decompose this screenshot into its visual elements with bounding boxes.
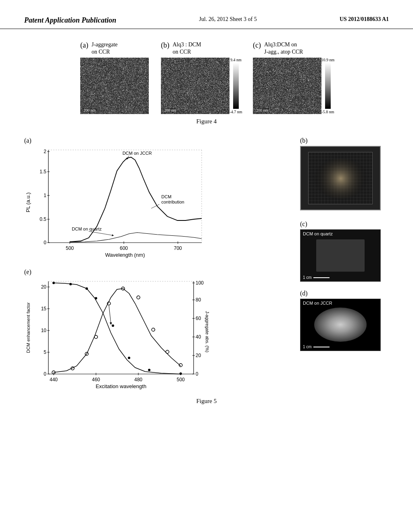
panel-d5-label: (d) (300, 290, 389, 297)
svg-text:460: 460 (92, 377, 100, 382)
panel-b4-content: 200 nm 9.4 nm -4.7 nm (161, 58, 241, 114)
panel-b4-scalebar-color: 9.4 nm -4.7 nm (231, 58, 241, 114)
panel-b4-title: Alq3 : DCMon CCR (173, 41, 201, 56)
svg-text:1: 1 (44, 193, 46, 198)
page: Patent Application Publication Jul. 26, … (0, 0, 413, 532)
panel-a-letter: (a) (80, 41, 88, 50)
svg-line-23 (127, 156, 129, 159)
chart-e-container: (e) 0 5 (24, 268, 288, 392)
svg-text:1.5: 1.5 (40, 169, 46, 175)
svg-line-26 (151, 204, 159, 208)
figure4-section: (a) J-aggregateon CCR 200 nm (b) Alq3 (24, 41, 389, 125)
svg-point-72 (137, 296, 140, 299)
chart-a-label: (a) (24, 137, 288, 144)
figure5-right-panels: (b) (c) DCM on quartz (300, 137, 389, 392)
svg-point-78 (86, 287, 88, 290)
panel-d5-scale-label: 1 cm (303, 345, 312, 349)
svg-text:20: 20 (196, 353, 201, 358)
svg-point-79 (95, 297, 97, 299)
panel-b4-letter: (b) (161, 41, 169, 50)
svg-text:0.5: 0.5 (40, 216, 46, 222)
scale-c4-bot: -5.8 nm (321, 110, 334, 114)
svg-point-69 (94, 335, 98, 339)
panel-c5-image: DCM on quartz 1 cm (300, 229, 381, 282)
sheet-info: Jul. 26, 2012 Sheet 3 of 5 (199, 16, 257, 23)
panel-a-content: 200 nm (80, 58, 149, 114)
panel-b5-label: (b) (300, 137, 389, 144)
panel-b4: (b) Alq3 : DCMon CCR 200 nm 9.4 nm -4.7 … (161, 41, 241, 114)
scale-b4-top: 9.4 nm (230, 58, 242, 62)
panel-a: (a) J-aggregateon CCR 200 nm (80, 41, 149, 114)
figure5-caption: Figure 5 (24, 398, 389, 405)
svg-text:500: 500 (177, 377, 185, 382)
panel-c5: (c) DCM on quartz 1 cm (300, 220, 389, 282)
panel-c4-image: 200 nm (253, 58, 321, 114)
panel-d5-scale-line (313, 347, 330, 347)
svg-text:80: 80 (196, 297, 201, 303)
patent-number: US 2012/0188633 A1 (340, 16, 389, 23)
panel-b4-label: (b) Alq3 : DCMon CCR (161, 41, 201, 56)
panel-c4-title: Alq3:DCM onJ-agg., atop CCR (264, 41, 303, 56)
figure5-main: (a) 0 0.5 1 1.5 (24, 137, 389, 392)
svg-text:480: 480 (134, 377, 142, 382)
svg-text:DCM enhancement factor: DCM enhancement factor (26, 302, 31, 353)
chart-e-label: (e) (24, 268, 288, 276)
chart-a-container: (a) 0 0.5 1 1.5 (24, 137, 288, 260)
panel-c4-letter: (c) (253, 41, 261, 50)
svg-text:J-aggregate abs. (%): J-aggregate abs. (%) (205, 311, 210, 353)
svg-text:10: 10 (41, 328, 47, 333)
panel-b4-scalebar: 200 nm (163, 108, 177, 112)
panel-c5-scale-line (313, 277, 330, 278)
scale-b4-bot: -4.7 nm (229, 110, 242, 114)
panel-b5: (b) (300, 137, 389, 210)
svg-text:600: 600 (120, 245, 128, 251)
svg-point-81 (128, 357, 130, 359)
svg-point-76 (52, 282, 55, 284)
panel-b4-image: 200 nm (161, 58, 229, 114)
svg-text:700: 700 (174, 245, 182, 251)
main-content: (a) J-aggregateon CCR 200 nm (b) Alq3 (0, 33, 413, 413)
svg-text:PL (a.u.): PL (a.u.) (25, 193, 31, 212)
svg-line-28 (89, 231, 113, 235)
svg-text:100: 100 (196, 280, 204, 286)
panel-d5: (d) DCM on JCCR 1 cm (300, 290, 389, 351)
svg-text:15: 15 (41, 306, 47, 312)
svg-text:40: 40 (196, 334, 201, 340)
panel-c4-label: (c) Alq3:DCM onJ-agg., atop CCR (253, 41, 303, 56)
panel-c4: (c) Alq3:DCM onJ-agg., atop CCR 200 nm 1… (253, 41, 333, 114)
header: Patent Application Publication Jul. 26, … (0, 0, 413, 29)
svg-text:DCM on JCCR: DCM on JCCR (123, 151, 152, 156)
panel-c5-scale-label: 1 cm (303, 275, 312, 280)
panel-a-image: 200 nm (80, 58, 149, 114)
svg-text:60: 60 (196, 316, 201, 321)
svg-text:Excitation wavelength: Excitation wavelength (96, 383, 146, 389)
svg-point-77 (69, 283, 72, 285)
svg-text:440: 440 (50, 377, 58, 382)
svg-text:0: 0 (44, 371, 46, 377)
svg-point-73 (152, 328, 155, 331)
panel-c5-scalebar: 1 cm (303, 275, 378, 280)
panel-c4-scalebar: 200 nm (255, 108, 269, 112)
chart-e-svg: 0 5 10 15 20 DCM enhancement factor (24, 277, 210, 390)
panel-d5-title: DCM on JCCR (303, 301, 378, 305)
panel-a-scalebar: 200 nm (83, 108, 96, 112)
svg-line-84 (109, 305, 111, 324)
figure5-charts: (a) 0 0.5 1 1.5 (24, 137, 288, 392)
svg-text:DCM on quartz: DCM on quartz (72, 227, 102, 231)
svg-text:0: 0 (44, 240, 46, 245)
svg-point-80 (112, 324, 114, 327)
svg-text:2: 2 (44, 149, 46, 154)
panel-c4-content: 200 nm 10.9 nm -5.8 nm (253, 58, 333, 114)
svg-text:20: 20 (41, 284, 47, 290)
panel-d5-image: DCM on JCCR 1 cm (300, 299, 381, 351)
svg-text:5: 5 (44, 349, 46, 355)
figure4-caption: Figure 4 (24, 118, 389, 125)
svg-text:Wavelength (nm): Wavelength (nm) (105, 252, 145, 258)
svg-text:500: 500 (66, 245, 74, 251)
scale-c4-top: 10.9 nm (321, 58, 335, 62)
panel-a-label: (a) J-aggregateon CCR (80, 41, 118, 56)
svg-text:DCM: DCM (161, 194, 171, 199)
panel-c5-title: DCM on quartz (303, 231, 378, 236)
publication-title: Patent Application Publication (24, 16, 116, 25)
svg-point-74 (166, 350, 169, 353)
